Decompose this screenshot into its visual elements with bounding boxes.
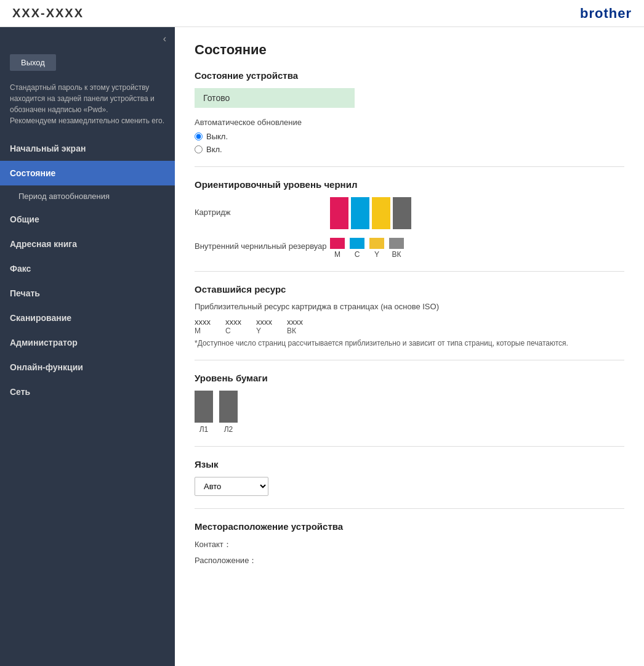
app-layout: ‹ Выход Стандартный пароль к этому устро… bbox=[0, 27, 644, 666]
auto-update-on-radio[interactable] bbox=[195, 145, 203, 153]
resource-val-m: xxxx bbox=[195, 317, 211, 327]
reservoir-label-y: Y bbox=[369, 250, 384, 259]
auto-update-off-option[interactable]: Выкл. bbox=[195, 132, 624, 141]
cartridge-bar-m bbox=[330, 197, 348, 229]
auto-update-radio-group: Выкл. Вкл. bbox=[195, 132, 624, 154]
divider-1 bbox=[195, 166, 624, 167]
reservoir-label-bk: ВК bbox=[389, 250, 404, 259]
ink-bar-black bbox=[393, 197, 411, 229]
language-select[interactable]: Авто Русский English bbox=[195, 477, 268, 496]
auto-update-on-label: Вкл. bbox=[206, 145, 222, 154]
cartridge-row: Картридж bbox=[195, 197, 624, 229]
resource-lbl-bk: ВК bbox=[287, 327, 296, 335]
cartridge-bar-bk bbox=[393, 197, 411, 229]
reservoir-bars-col: M C Y ВК bbox=[330, 235, 404, 259]
paper-label-l2: Л2 bbox=[224, 425, 233, 434]
device-status-value: Готово bbox=[195, 88, 355, 108]
reservoir-bar-m bbox=[330, 238, 345, 249]
sidebar-info-text: Стандартный пароль к этому устройству на… bbox=[0, 77, 175, 136]
paper-bar-l2-bar bbox=[219, 391, 238, 423]
contact-label: Контакт： bbox=[195, 539, 231, 550]
reservoir-label-m: M bbox=[330, 250, 345, 259]
logout-button[interactable]: Выход bbox=[10, 54, 56, 71]
reservoir-bar-black bbox=[389, 238, 404, 249]
paper-bar-l2: Л2 bbox=[219, 391, 238, 434]
sidebar-nav: Начальный экран Состояние Период автообн… bbox=[0, 136, 175, 666]
location-title: Месторасположение устройства bbox=[195, 521, 624, 532]
sidebar-collapse-area: ‹ bbox=[0, 27, 175, 51]
resource-val-y: xxxx bbox=[256, 317, 272, 327]
remaining-section: Оставшийся ресурс Приблизительный ресурс… bbox=[195, 284, 624, 347]
divider-5 bbox=[195, 508, 624, 509]
reservoir-bar-magenta bbox=[330, 238, 345, 249]
ink-level-section: Ориентировочный уровень чернил Картридж bbox=[195, 179, 624, 259]
auto-update-off-label: Выкл. bbox=[206, 132, 228, 141]
ink-bar-yellow bbox=[372, 197, 390, 229]
paper-bar-l1: Л1 bbox=[195, 391, 213, 434]
sidebar-item-online[interactable]: Онлайн-функции bbox=[0, 355, 175, 380]
sidebar-item-home[interactable]: Начальный экран bbox=[0, 136, 175, 161]
cartridge-bar-c bbox=[351, 197, 369, 229]
divider-3 bbox=[195, 360, 624, 360]
sidebar-item-fax[interactable]: Факс bbox=[0, 256, 175, 281]
reservoir-label: Внутренний чернильный резервуар bbox=[195, 242, 330, 253]
cartridge-bars bbox=[330, 197, 411, 229]
sidebar-item-general[interactable]: Общие bbox=[0, 207, 175, 232]
location-section: Месторасположение устройства Контакт： Ра… bbox=[195, 521, 624, 566]
divider-2 bbox=[195, 271, 624, 272]
sidebar: ‹ Выход Стандартный пароль к этому устро… bbox=[0, 27, 175, 666]
reservoir-label-c: C bbox=[350, 250, 364, 259]
paper-level-section: Уровень бумаги Л1 Л2 bbox=[195, 373, 624, 434]
resource-val-bk: xxxx bbox=[287, 317, 303, 327]
location-row: Расположение： bbox=[195, 555, 624, 566]
auto-update-on-option[interactable]: Вкл. bbox=[195, 145, 624, 154]
ink-bar-magenta bbox=[330, 197, 348, 229]
page-title: Состояние bbox=[195, 42, 624, 58]
contact-row: Контакт： bbox=[195, 539, 624, 550]
resource-values: xxxx M xxxx C xxxx Y xxxx ВК bbox=[195, 317, 624, 335]
reservoir-bars bbox=[330, 238, 404, 249]
sidebar-item-scan[interactable]: Сканирование bbox=[0, 306, 175, 330]
resource-lbl-y: Y bbox=[256, 327, 261, 335]
sidebar-item-admin[interactable]: Администратор bbox=[0, 330, 175, 355]
reservoir-bar-bk bbox=[389, 238, 404, 249]
main-content: Состояние Состояние устройства Готово Ав… bbox=[175, 27, 644, 666]
device-status-title: Состояние устройства bbox=[195, 70, 624, 81]
paper-label-l1: Л1 bbox=[199, 425, 209, 434]
paper-level-title: Уровень бумаги bbox=[195, 373, 624, 383]
resource-val-c: xxxx bbox=[225, 317, 241, 327]
paper-bars: Л1 Л2 bbox=[195, 391, 624, 434]
collapse-button[interactable]: ‹ bbox=[163, 33, 166, 44]
sidebar-item-address[interactable]: Адресная книга bbox=[0, 232, 175, 256]
divider-4 bbox=[195, 446, 624, 447]
sidebar-item-network[interactable]: Сеть bbox=[0, 380, 175, 404]
brand-logo: brother bbox=[580, 6, 632, 22]
sidebar-item-print[interactable]: Печать bbox=[0, 281, 175, 306]
resource-col-y: xxxx Y bbox=[256, 317, 272, 335]
paper-bar-l1-bar bbox=[195, 391, 213, 423]
reservoir-bar-cyan bbox=[350, 238, 364, 249]
resource-col-c: xxxx C bbox=[225, 317, 241, 335]
auto-update-off-radio[interactable] bbox=[195, 132, 203, 140]
resource-lbl-m: M bbox=[195, 327, 201, 335]
cartridge-bar-y bbox=[372, 197, 390, 229]
resource-lbl-c: C bbox=[225, 327, 231, 335]
remaining-desc: Приблизительный ресурс картриджа в стран… bbox=[195, 302, 624, 311]
header-title: XXX-XXXX bbox=[12, 6, 84, 20]
resource-col-bk: xxxx ВК bbox=[287, 317, 303, 335]
language-title: Язык bbox=[195, 459, 624, 469]
sidebar-logout-area: Выход bbox=[0, 51, 175, 77]
reservoir-color-labels: M C Y ВК bbox=[330, 250, 404, 259]
auto-update-label: Автоматическое обновление bbox=[195, 118, 624, 127]
sidebar-item-auto-update[interactable]: Период автообновления bbox=[0, 185, 175, 207]
remaining-title: Оставшийся ресурс bbox=[195, 284, 624, 294]
auto-update-section: Автоматическое обновление Выкл. Вкл. bbox=[195, 118, 624, 154]
resource-note: *Доступное число страниц рассчитывается … bbox=[195, 339, 624, 347]
sidebar-item-status[interactable]: Состояние bbox=[0, 161, 175, 185]
device-status-section: Состояние устройства Готово bbox=[195, 70, 624, 118]
language-section: Язык Авто Русский English bbox=[195, 459, 624, 496]
cartridge-label: Картридж bbox=[195, 208, 330, 219]
location-label: Расположение： bbox=[195, 555, 257, 566]
header: XXX-XXXX brother bbox=[0, 0, 644, 27]
reservoir-bar-y bbox=[369, 238, 384, 249]
